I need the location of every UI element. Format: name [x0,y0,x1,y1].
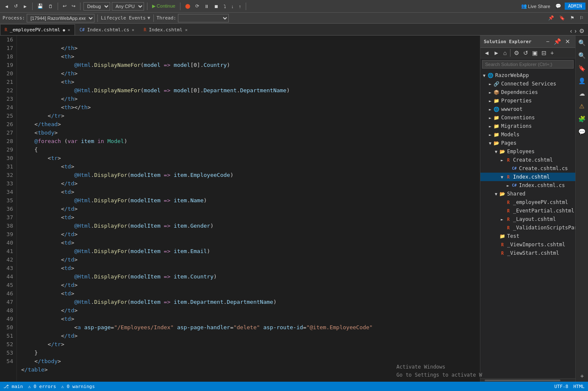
tab-close-employeepv[interactable]: ✕ [68,28,70,32]
refresh-btn[interactable]: ↺ [12,3,19,10]
rp-user[interactable]: 👤 [577,75,588,86]
se-arrow-index-cs[interactable]: ► [505,183,511,188]
back-btn[interactable]: ◄ [3,3,11,10]
tab-close-indexcshtml[interactable]: ✕ [185,28,188,32]
rp-bookmark[interactable]: 🔖 [577,63,588,74]
breakpoint-btn[interactable]: ⬤ [183,3,192,10]
se-filter-btn[interactable]: ▣ [530,49,539,57]
se-arrow-props[interactable]: ► [487,99,493,103]
se-arrow-www[interactable]: ► [487,107,493,112]
step-out-btn[interactable]: ↑ [237,3,243,10]
se-close-btn[interactable]: ✕ [563,37,572,46]
se-item-models[interactable]: ► 📁 Models [480,130,575,139]
se-item-create-cs[interactable]: C# Create.cshtml.cs [480,164,575,173]
live-share-btn[interactable]: 👥 Live Share [519,3,552,10]
rp-warning[interactable]: ⚠ [577,101,588,112]
se-arrow-index[interactable]: ▼ [499,175,505,179]
se-arrow-models[interactable]: ► [487,132,493,137]
se-item-layout[interactable]: ► R _Layout.cshtml [480,215,575,223]
tab-employeepv[interactable]: R _employeePV.cshtml ● ✕ [0,24,75,35]
undo-btn[interactable]: ↩ [61,3,68,10]
se-item-shared[interactable]: ▼ 📂 Shared [480,190,575,198]
se-item-connected-services[interactable]: ► 🔗 Connected Services [480,80,575,88]
se-item-wwwroot[interactable]: ► 🌐 wwwroot [480,105,575,113]
redo-btn[interactable]: ↪ [70,3,77,10]
se-item-employees[interactable]: ▼ 📂 Employees [480,147,575,156]
se-scrollbar[interactable] [480,378,575,382]
se-settings-btn[interactable]: ⚙ [512,49,521,57]
se-item-properties[interactable]: ► 📁 Properties [480,96,575,105]
forward-btn[interactable]: ► [21,3,29,10]
sep4 [147,3,147,10]
tab-indexcs[interactable]: C# Index.cshtml.cs ✕ [75,24,139,35]
se-item-razorwebapp[interactable]: ▼ 🌐 RazorWebApp [480,71,575,80]
debug-dropdown[interactable]: Debug [83,2,110,11]
tab-scroll-right[interactable]: › [574,27,577,35]
se-item-conventions[interactable]: ► 📁 Conventions [480,113,575,122]
se-home-btn[interactable]: ⌂ [502,49,508,57]
se-label-event: _EventPartial.cshtml [513,208,574,214]
viewimports-icon: R [499,241,506,248]
flag2-btn[interactable]: ⚐ [578,14,585,22]
rp-message[interactable]: 💬 [577,126,588,137]
cpu-dropdown[interactable]: Any CPU [112,2,144,11]
se-arrow-connected[interactable]: ► [487,82,493,86]
se-add-btn[interactable]: + [549,49,555,57]
se-forward-btn[interactable]: ► [492,49,501,57]
restart-btn[interactable]: ⟳ [194,3,201,10]
pin-btn[interactable]: 📌 [546,14,556,22]
feedback-btn[interactable]: 💬 [554,3,563,10]
tab-close-indexcs[interactable]: ✕ [132,28,134,32]
se-arrow-pages[interactable]: ▼ [487,141,493,146]
se-arrow-shared[interactable]: ▼ [493,192,499,196]
se-refresh-btn[interactable]: ↺ [521,49,530,57]
se-arrow-migrations[interactable]: ► [487,124,493,129]
se-item-dependencies[interactable]: ► 📦 Dependencies [480,88,575,96]
step-over-btn[interactable]: ⤵ [222,3,228,10]
se-item-test[interactable]: 📁 Test [480,232,575,240]
se-label-create-cs: Create.cshtml.cs [519,165,568,171]
flag-btn[interactable]: ⚑ [569,14,576,22]
tab-indexcshtml[interactable]: R Index.cshtml ✕ [139,24,192,35]
se-item-index-cshtml[interactable]: ▼ R Index.cshtml [480,173,575,181]
se-item-validation[interactable]: R _ValidationScriptsPartial. [480,223,575,232]
se-item-viewimports[interactable]: R _ViewImports.cshtml [480,240,575,249]
code-content[interactable]: </th> <th> @Html.DisplayNameFor(model =>… [17,36,480,382]
continue-btn[interactable]: ▶ Continue [150,3,177,10]
se-arrow-conventions[interactable]: ► [487,116,493,120]
se-arrow-employees[interactable]: ▼ [493,149,499,154]
tab-settings[interactable]: ⚙ [578,27,585,35]
se-search-input[interactable] [482,60,574,69]
rp-zoom-out[interactable]: 🔍 [577,50,588,61]
rp-zoom-in[interactable]: 🔍 [577,37,588,48]
se-pin-btn[interactable]: 📌 [552,37,563,46]
se-arrow-razorwebapp[interactable]: ▼ [481,73,487,78]
se-back-btn[interactable]: ◄ [482,49,491,57]
save-all-btn[interactable]: 🗒 [47,3,55,10]
se-collapse-btn[interactable]: − [544,37,551,46]
rp-extensions[interactable]: 🧩 [577,113,588,124]
rp-cloud[interactable]: ☁ [577,88,588,99]
se-arrow-deps[interactable]: ► [487,90,493,95]
thread-dropdown[interactable] [178,14,229,22]
se-item-migrations[interactable]: ► 📁 Migrations [480,122,575,130]
tab-scroll-left[interactable]: ‹ [569,27,573,35]
se-item-pages[interactable]: ▼ 📂 Pages [480,139,575,147]
se-item-index-cs[interactable]: ► C# Index.cshtml.cs [480,181,575,190]
stop-btn[interactable]: ⏹ [212,3,220,10]
se-arrow-create[interactable]: ► [499,158,505,162]
se-collapse-all-btn[interactable]: ⊟ [540,49,548,57]
se-item-employeepv[interactable]: R _employeePV.cshtml [480,198,575,207]
code-area[interactable]: 16 17 18 19 20 21 22 23 24 25 26 27 28 2… [0,36,480,382]
se-label-connected: Connected Services [501,81,556,87]
step-in-btn[interactable]: ↓ [230,3,236,10]
bookmark-btn[interactable]: 🔖 [557,14,567,22]
se-arrow-layout[interactable]: ► [499,217,505,222]
process-dropdown[interactable]: [17944] RazorWebApp.exe [27,14,94,22]
save-btn[interactable]: 💾 [36,3,45,10]
se-item-viewstart[interactable]: R _ViewStart.cshtml [480,249,575,257]
pause-btn[interactable]: ⏸ [202,3,211,10]
se-item-eventpartial[interactable]: R _EventPartial.cshtml [480,207,575,215]
rp-add[interactable]: ＋ [577,371,588,382]
se-item-create-cshtml[interactable]: ► R Create.cshtml [480,156,575,164]
